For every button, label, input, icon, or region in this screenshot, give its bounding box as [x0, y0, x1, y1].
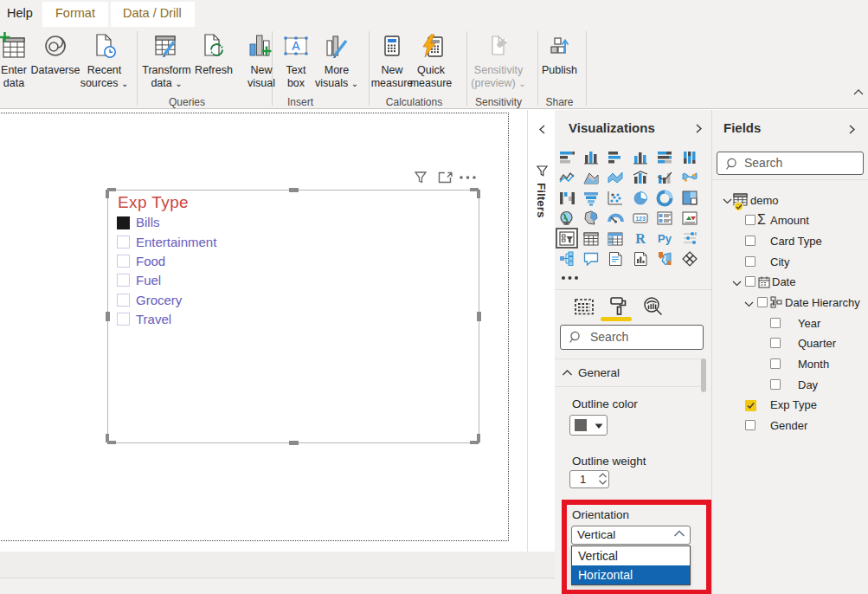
svg-text:123: 123	[635, 216, 646, 222]
svg-text:Py: Py	[658, 232, 672, 245]
svg-text:A: A	[292, 39, 300, 53]
svg-text:R: R	[635, 231, 646, 246]
